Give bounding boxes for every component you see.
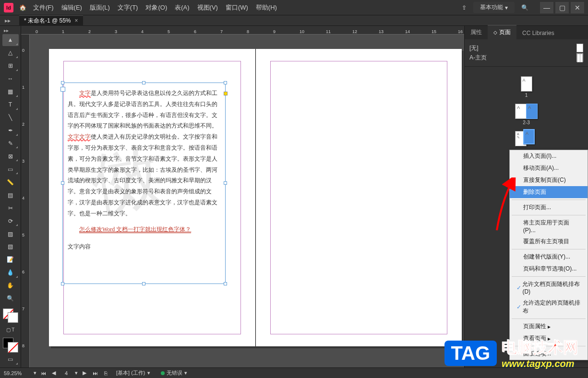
home-icon[interactable]: 🏠	[19, 4, 26, 11]
ctx-override-master[interactable]: 覆盖所有主页项目	[510, 236, 588, 248]
text-frame[interactable]: 文字是人类用符号记录表达信息以传之久远的方式和工具。现代文字人多是记录语言的工具…	[62, 83, 226, 284]
menu-help[interactable]: 帮助(H)	[256, 3, 277, 12]
tab-pages[interactable]: 页面	[488, 25, 516, 39]
note-tool[interactable]: 📝	[2, 254, 19, 266]
chevron-down-icon[interactable]: ▾	[34, 370, 36, 376]
tag-url-text: www.tagxp.com	[502, 358, 578, 369]
handle-tm[interactable]	[142, 81, 145, 84]
menu-object[interactable]: 对象(O)	[145, 3, 167, 12]
canvas[interactable]: 傚 文字是人	[30, 35, 464, 367]
menu-file[interactable]: 文件(F)	[33, 3, 54, 12]
gap-tool[interactable]: ↔	[2, 73, 19, 85]
ruler-tool[interactable]: 📏	[2, 176, 19, 188]
prev-page-button[interactable]: ◀	[50, 369, 58, 377]
ctx-move-pages[interactable]: 移动页面(A)...	[510, 162, 588, 174]
handle-mr[interactable]	[224, 181, 227, 185]
vertical-ruler: 0 1 2 3 4 5 6 7 8	[21, 35, 30, 367]
ctx-duplicate-page[interactable]: 直接复制页面(C)	[510, 174, 588, 186]
green-dot-icon	[161, 371, 165, 375]
workspace-dropdown[interactable]: 基本功能 ▾	[473, 2, 515, 13]
menu-layout[interactable]: 版面(L)	[90, 3, 110, 12]
fill-stroke-swatch[interactable]	[3, 308, 18, 323]
text-label: 文字内容	[68, 241, 220, 252]
free-transform-tool[interactable]: ⟳	[2, 215, 19, 227]
open-icon[interactable]: ⎘	[102, 369, 109, 377]
handle-tl[interactable]	[61, 81, 64, 84]
profile-dropdown[interactable]: [基本] (工作)▾	[112, 369, 154, 377]
tab-cclibraries[interactable]: CC Libraries	[516, 27, 560, 39]
menu-type[interactable]: 文字(T)	[118, 3, 138, 12]
maximize-button[interactable]: ▢	[555, 2, 569, 13]
handle-br[interactable]	[224, 282, 227, 285]
handle-bm[interactable]	[142, 282, 145, 285]
page-tool[interactable]: ⊞	[2, 60, 19, 72]
share-icon[interactable]: ⇪	[462, 4, 467, 11]
link-text[interactable]: 怎么修改Word 文档一打字就出现红色字体？	[79, 226, 191, 233]
menu-view[interactable]: 视图(V)	[197, 3, 218, 12]
gradient-feather-tool[interactable]: ▧	[2, 241, 19, 253]
master-none[interactable]: [无]	[469, 43, 583, 53]
type-tool[interactable]: T	[2, 99, 19, 111]
tool-palette: ▸▸ ▲ △ ⊞ ↔ ▦ T ╲ ✒ ✎ ⊠ ▭ 📏 ▤ ✂ ⟳ ▨ ▧ 📝 💧…	[0, 26, 21, 367]
content-collector-tool[interactable]: ▦	[2, 86, 19, 98]
minimize-button[interactable]: —	[540, 2, 553, 13]
collapse-tools-icon[interactable]: ▸▸	[4, 28, 9, 33]
direct-selection-tool[interactable]: △	[2, 47, 19, 59]
zoom-tool[interactable]: 🔍	[2, 293, 19, 305]
pen-tool[interactable]: ✒	[2, 125, 19, 137]
workspace-label: 基本功能	[480, 3, 503, 12]
ctx-allow-shuffle-spread[interactable]: ✓允许选定的跨页随机排布	[510, 297, 588, 317]
scissors-tool[interactable]: ✂	[2, 202, 19, 214]
inport-icon[interactable]	[60, 87, 65, 92]
pencil-tool[interactable]: ✎	[2, 138, 19, 150]
rectangle-tool[interactable]: ▭	[2, 163, 19, 175]
rectangle-frame-tool[interactable]: ⊠	[2, 150, 19, 162]
last-page-button[interactable]: ⏭	[91, 369, 99, 377]
ctx-page-attributes[interactable]: 页面属性 ▸	[510, 320, 588, 332]
page-left[interactable]: 傚 文字是人	[49, 49, 255, 346]
handle-ml[interactable]	[61, 181, 64, 185]
page-number-field[interactable]: 4	[60, 370, 72, 376]
page-thumb-5[interactable]: A	[523, 129, 535, 144]
menu-window[interactable]: 窗口(W)	[226, 3, 248, 12]
document-tab[interactable]: * 未命名-1 @ 55% ×	[19, 15, 83, 26]
ctx-delete-page[interactable]: 删除页面	[510, 186, 588, 198]
search-icon[interactable]: 🔍	[521, 4, 528, 11]
ctx-print-page[interactable]: 打印页面...	[510, 201, 588, 213]
table-tool[interactable]: ▤	[2, 189, 19, 201]
handle-bl[interactable]	[61, 282, 64, 285]
view-mode-button[interactable]: ▭	[2, 354, 19, 366]
ctx-insert-pages[interactable]: 插入页面(I)...	[510, 150, 588, 162]
ctx-create-alternate[interactable]: 创建替代版面(Y)...	[510, 251, 588, 263]
page-thumb-3[interactable]: A	[526, 104, 538, 119]
gradient-swatch-tool[interactable]: ▨	[2, 228, 19, 240]
close-tab-icon[interactable]: ×	[75, 17, 78, 24]
preflight-status[interactable]: 无错误▾	[157, 369, 191, 377]
selection-tool[interactable]: ▲	[2, 34, 19, 46]
default-fill-stroke[interactable]	[3, 338, 18, 353]
ctx-allow-shuffle-doc[interactable]: ✓允许文档页面随机排布(D)	[510, 278, 588, 297]
master-a[interactable]: A-主页	[469, 53, 583, 62]
line-tool[interactable]: ╲	[2, 112, 19, 124]
master-list: [无] A-主页	[465, 39, 588, 67]
next-page-button[interactable]: ▶	[81, 369, 88, 377]
first-page-button[interactable]: ⏮	[39, 369, 47, 377]
chevron-down-icon[interactable]: ▾	[75, 370, 78, 376]
hand-tool[interactable]: ✋	[2, 280, 19, 292]
page-thumb-2[interactable]: A	[515, 104, 527, 119]
tab-properties[interactable]: 属性	[465, 25, 488, 39]
eyedropper-tool[interactable]: 💧	[2, 267, 19, 279]
menu-table[interactable]: 表(A)	[175, 3, 189, 12]
page-thumb-1[interactable]: A	[521, 76, 532, 92]
apply-color-button[interactable]: ▢ T	[2, 324, 19, 336]
close-button[interactable]: ✕	[571, 2, 584, 13]
menu-edit[interactable]: 编辑(E)	[61, 3, 82, 12]
chevron-down-icon: ▾	[505, 4, 508, 11]
page-right[interactable]	[255, 49, 462, 346]
ctx-numbering-options[interactable]: 页码和章节选项(O)...	[510, 263, 588, 275]
yellow-handle[interactable]	[224, 92, 228, 95]
zoom-field[interactable]: 59.25%	[4, 370, 31, 376]
expand-panel-icon[interactable]: ▸▸	[5, 17, 11, 24]
ctx-apply-master[interactable]: 将主页应用于页面(P)...	[510, 217, 588, 236]
handle-tr[interactable]	[224, 81, 227, 84]
